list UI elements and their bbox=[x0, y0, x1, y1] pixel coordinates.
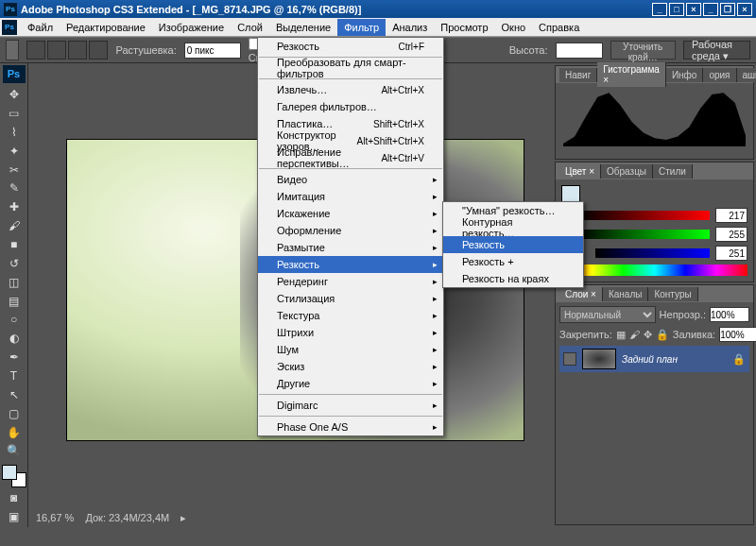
layer-item-background[interactable]: Задний план 🔒 bbox=[559, 346, 749, 372]
pen-tool[interactable]: ✒ bbox=[3, 349, 26, 367]
menuitem[interactable]: Преобразовать для смарт-фильтров bbox=[258, 60, 443, 77]
menuitem[interactable]: Размытие▸ bbox=[258, 239, 443, 256]
menuitem[interactable]: Исправление перспективы…Alt+Ctrl+V bbox=[258, 149, 443, 166]
menuitem[interactable]: Видео▸ bbox=[258, 171, 443, 188]
lasso-tool[interactable]: ⌇ bbox=[3, 123, 26, 141]
screenmode-button[interactable]: ▣ bbox=[3, 507, 26, 525]
r-input[interactable] bbox=[715, 208, 747, 223]
submenuitem[interactable]: Резкость bbox=[443, 236, 583, 253]
path-tool[interactable]: ↖ bbox=[3, 385, 26, 403]
menu-анализ[interactable]: Анализ bbox=[386, 19, 434, 36]
maximize-button[interactable]: □ bbox=[669, 3, 684, 16]
healing-tool[interactable]: ✚ bbox=[3, 198, 26, 216]
b-slider[interactable] bbox=[595, 248, 710, 258]
menuitem[interactable]: Эскиз▸ bbox=[258, 358, 443, 375]
menu-выделение[interactable]: Выделение bbox=[269, 19, 337, 36]
layer-thumbnail[interactable] bbox=[582, 349, 616, 369]
refine-edge-button[interactable]: Уточнить край… bbox=[610, 41, 676, 60]
minimize-button[interactable]: _ bbox=[652, 3, 667, 16]
wand-tool[interactable]: ✦ bbox=[3, 142, 26, 160]
lock-move-icon[interactable]: ✥ bbox=[644, 329, 652, 341]
menu-фильтр[interactable]: Фильтр bbox=[337, 19, 386, 36]
hand-tool[interactable]: ✋ bbox=[3, 423, 26, 441]
stamp-tool[interactable]: ■ bbox=[3, 236, 26, 254]
tab[interactable]: Навиг bbox=[559, 68, 597, 82]
gradient-tool[interactable]: ▤ bbox=[3, 292, 26, 310]
menu-окно[interactable]: Окно bbox=[495, 19, 533, 36]
menuitem[interactable]: Извлечь…Alt+Ctrl+X bbox=[258, 81, 443, 98]
tab[interactable]: Слои × bbox=[559, 287, 603, 301]
r-slider[interactable] bbox=[578, 211, 710, 220]
menuitem[interactable]: Галерея фильтров… bbox=[258, 98, 443, 115]
color-swatches[interactable] bbox=[2, 465, 26, 487]
fg-color-swatch[interactable] bbox=[2, 465, 17, 480]
selection-mode-buttons[interactable] bbox=[26, 41, 108, 60]
menu-редактирование[interactable]: Редактирование bbox=[60, 19, 152, 36]
menuitem[interactable]: Другие▸ bbox=[258, 375, 443, 392]
g-slider[interactable] bbox=[578, 230, 710, 239]
spectrum-bar[interactable] bbox=[561, 264, 747, 276]
menuitem[interactable]: РезкостьCtrl+F bbox=[258, 38, 443, 55]
zoom-tool[interactable]: 🔍 bbox=[3, 442, 26, 460]
tab[interactable]: Инфо bbox=[666, 68, 704, 82]
menu-справка[interactable]: Справка bbox=[532, 19, 586, 36]
tab[interactable]: ория bbox=[703, 68, 736, 82]
menuitem[interactable]: Стилизация▸ bbox=[258, 290, 443, 307]
history-brush-tool[interactable]: ↺ bbox=[3, 254, 26, 272]
dodge-tool[interactable]: ◐ bbox=[3, 330, 26, 348]
doc-restore-button[interactable]: ❐ bbox=[720, 3, 735, 16]
doc-minimize-button[interactable]: _ bbox=[703, 3, 718, 16]
workspace-button[interactable]: Рабочая среда ▾ bbox=[683, 41, 750, 60]
height-input[interactable] bbox=[556, 43, 603, 59]
blur-tool[interactable]: ○ bbox=[3, 311, 26, 329]
opacity-input[interactable] bbox=[710, 307, 749, 322]
menuitem[interactable]: Резкость▸ bbox=[258, 256, 443, 273]
zoom-level[interactable]: 16,67 % bbox=[36, 512, 74, 523]
lock-trans-icon[interactable]: ▦ bbox=[616, 329, 626, 341]
fill-input[interactable] bbox=[719, 327, 756, 342]
marquee-tool[interactable]: ▭ bbox=[3, 105, 26, 123]
move-tool[interactable]: ✥ bbox=[3, 86, 26, 104]
close-button[interactable]: × bbox=[686, 3, 701, 16]
tab[interactable]: Контуры bbox=[648, 287, 697, 301]
eraser-tool[interactable]: ◫ bbox=[3, 273, 26, 291]
menuitem[interactable]: Digimarc▸ bbox=[258, 397, 443, 414]
submenuitem[interactable]: Резкость на краях bbox=[443, 270, 583, 287]
g-input[interactable] bbox=[715, 227, 747, 242]
menuitem[interactable]: Имитация▸ bbox=[258, 188, 443, 205]
shape-tool[interactable]: ▢ bbox=[3, 404, 26, 422]
tab[interactable]: Образцы bbox=[601, 164, 653, 179]
chevron-right-icon[interactable]: ▸ bbox=[180, 512, 186, 524]
quickmask-button[interactable]: ◙ bbox=[3, 488, 26, 506]
blend-mode-select[interactable]: Нормальный bbox=[559, 306, 656, 323]
eyedropper-tool[interactable]: ✎ bbox=[3, 179, 26, 197]
menu-слой[interactable]: Слой bbox=[231, 19, 269, 36]
menu-изображение[interactable]: Изображение bbox=[152, 19, 231, 36]
menuitem[interactable]: Искажение▸ bbox=[258, 205, 443, 222]
menu-просмотр[interactable]: Просмотр bbox=[434, 19, 494, 36]
menuitem[interactable]: Шум▸ bbox=[258, 341, 443, 358]
menuitem[interactable]: Штрихи▸ bbox=[258, 324, 443, 341]
menuitem[interactable]: Текстура▸ bbox=[258, 307, 443, 324]
tab[interactable]: Каналы bbox=[603, 287, 649, 301]
menuitem[interactable]: Рендеринг▸ bbox=[258, 273, 443, 290]
type-tool[interactable]: T bbox=[3, 367, 26, 385]
lock-all-icon[interactable]: 🔒 bbox=[656, 329, 669, 341]
menuitem[interactable]: Оформление▸ bbox=[258, 222, 443, 239]
b-input[interactable] bbox=[715, 246, 747, 261]
doc-close-button[interactable]: × bbox=[737, 3, 752, 16]
menuitem[interactable]: Phase One A/S▸ bbox=[258, 418, 443, 435]
eye-icon[interactable] bbox=[563, 352, 576, 366]
submenuitem[interactable]: Резкость + bbox=[443, 253, 583, 270]
tab[interactable]: Цвет × bbox=[559, 164, 601, 179]
height-label: Высота: bbox=[509, 44, 548, 56]
lock-brush-icon[interactable]: 🖌 bbox=[629, 329, 640, 340]
tab[interactable]: ашии bbox=[737, 68, 756, 82]
menu-файл[interactable]: Файл bbox=[21, 19, 60, 36]
tab[interactable]: Гистограмма × bbox=[597, 62, 666, 87]
feather-input[interactable] bbox=[184, 43, 241, 59]
tab[interactable]: Стили bbox=[653, 164, 693, 179]
crop-tool[interactable]: ✂ bbox=[3, 161, 26, 179]
submenuitem[interactable]: Контурная резкость… bbox=[443, 219, 583, 236]
brush-tool[interactable]: 🖌 bbox=[3, 217, 26, 235]
